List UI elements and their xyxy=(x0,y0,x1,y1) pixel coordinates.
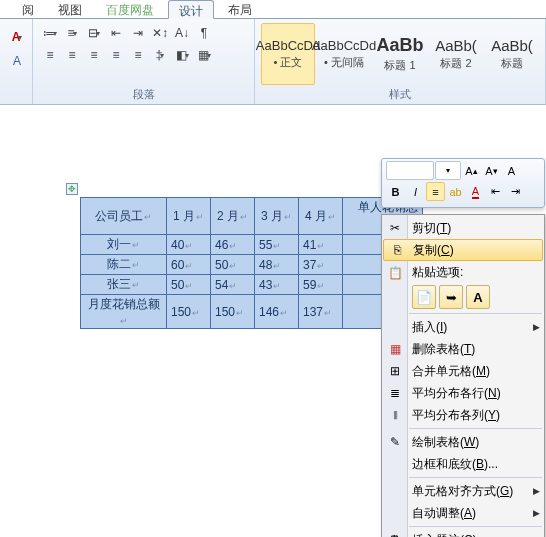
ctx-autofit[interactable]: 自动调整(A)▶ xyxy=(382,502,544,524)
mini-indentinc-icon[interactable]: ⇥ xyxy=(506,182,525,201)
clipboard-icon: 📋 xyxy=(386,264,404,282)
th-m4[interactable]: 4 月↵ xyxy=(299,198,343,235)
align-left-icon[interactable]: ≡ xyxy=(39,45,61,65)
mini-bold-icon[interactable]: B xyxy=(386,182,405,201)
multilevel-icon[interactable]: ⊟▾ xyxy=(83,23,105,43)
ctx-paste-label: 粘贴选项: xyxy=(412,264,463,281)
ctx-copy[interactable]: ⎘ 复制(C) xyxy=(383,239,543,261)
mini-fontcolor-icon[interactable]: A xyxy=(466,182,485,201)
indent-inc-icon[interactable]: ⇥ xyxy=(127,23,149,43)
sort-icon[interactable]: A↓ xyxy=(171,23,193,43)
ctx-sep xyxy=(409,526,542,527)
paragraph-group: ≔▾ ≡▾ ⊟▾ ⇤ ⇥ ✕↕ A↓ ¶ ≡ ≡ ≡ ≡ ≡ ‡▾ ◧▾ ▦▾ … xyxy=(33,19,255,104)
align-right-icon[interactable]: ≡ xyxy=(83,45,105,65)
ctx-dist-rows[interactable]: ≣ 平均分布各行(N) xyxy=(382,382,544,404)
shading-icon[interactable]: ◧▾ xyxy=(171,45,193,65)
style-title[interactable]: AaBb( 标题 xyxy=(485,23,539,85)
ctx-dist-cols[interactable]: ⦀ 平均分布各列(Y) xyxy=(382,404,544,426)
mini-font-size[interactable]: ▾ xyxy=(435,161,461,180)
document-area: ✥ 公司员工↵ 1 月↵ 2 月↵ 3 月↵ 4 月↵ 单人花销总额 刘一↵ 4… xyxy=(80,197,423,329)
dist-rows-icon: ≣ xyxy=(386,384,404,402)
table-row[interactable]: 张三↵ 50↵ 54↵ 43↵ 59↵ 206↵ xyxy=(81,275,423,295)
ctx-delete-table[interactable]: ▦ 删除表格(T) xyxy=(382,338,544,360)
th-employee[interactable]: 公司员工↵ xyxy=(81,198,167,235)
tab-design[interactable]: 设计 xyxy=(168,0,214,19)
ctx-borders-shading[interactable]: 边框和底纹(B)... xyxy=(382,453,544,475)
tab-baidu[interactable]: 百度网盘 xyxy=(96,0,164,18)
ctx-draw-table[interactable]: ✎ 绘制表格(W) xyxy=(382,431,544,453)
mini-align-icon[interactable]: ≡ xyxy=(426,182,445,201)
bullets-icon[interactable]: ≔▾ xyxy=(39,23,61,43)
tab-layout[interactable]: 布局 xyxy=(218,0,262,18)
submenu-arrow-icon: ▶ xyxy=(533,508,540,518)
mini-toolbar: ▾ A▴ A▾ A B I ≡ ab A ⇤ ⇥ xyxy=(381,158,545,208)
copy-icon: ⎘ xyxy=(388,241,406,259)
mini-indentdec-icon[interactable]: ⇤ xyxy=(486,182,505,201)
table-header-row[interactable]: 公司员工↵ 1 月↵ 2 月↵ 3 月↵ 4 月↵ 单人花销总额 xyxy=(81,198,423,235)
table-row[interactable]: 陈二↵ 60↵ 50↵ 48↵ 37↵ 195↵ xyxy=(81,255,423,275)
show-marks-icon[interactable]: ¶ xyxy=(193,23,215,43)
scissors-icon: ✂ xyxy=(386,219,404,237)
ctx-cell-align[interactable]: 单元格对齐方式(G)▶ xyxy=(382,480,544,502)
ctx-sep xyxy=(409,428,542,429)
th-m3[interactable]: 3 月↵ xyxy=(255,198,299,235)
paste-text-icon[interactable]: A xyxy=(466,285,490,309)
style-h1[interactable]: AaBb 标题 1 xyxy=(373,23,427,85)
ltr-icon[interactable]: ✕↕ xyxy=(149,23,171,43)
paste-merge-icon[interactable]: ➥ xyxy=(439,285,463,309)
context-menu: ✂ 剪切(T) ⎘ 复制(C) 📋 粘贴选项: 📄 ➥ A 插入(I)▶ ▦ 删… xyxy=(381,214,545,537)
mini-font-name[interactable] xyxy=(386,161,434,180)
paragraph-group-label: 段落 xyxy=(39,87,248,104)
ctx-sep xyxy=(409,477,542,478)
table-row-total[interactable]: 月度花销总额↵ 150↵ 150↵ 146↵ 137↵ 583↵ xyxy=(81,295,423,329)
mini-shrink-icon[interactable]: A▾ xyxy=(482,161,501,180)
tab-view[interactable]: 视图 xyxy=(48,0,92,18)
delete-table-icon: ▦ xyxy=(386,340,404,358)
mini-grow-icon[interactable]: A▴ xyxy=(462,161,481,180)
ctx-cut[interactable]: ✂ 剪切(T) xyxy=(382,217,544,239)
paste-keep-source-icon[interactable]: 📄 xyxy=(412,285,436,309)
merge-cells-icon: ⊞ xyxy=(386,362,404,380)
submenu-arrow-icon: ▶ xyxy=(533,486,540,496)
styles-group: AaBbCcDd • 正文 AaBbCcDd • 无间隔 AaBb 标题 1 A… xyxy=(255,19,546,104)
submenu-arrow-icon: ▶ xyxy=(533,322,540,332)
th-m2[interactable]: 2 月↵ xyxy=(211,198,255,235)
align-dist-icon[interactable]: ≡ xyxy=(127,45,149,65)
font-mini-group: A▾ A xyxy=(0,19,33,104)
ctx-sep xyxy=(409,313,542,314)
style-nospacing[interactable]: AaBbCcDd • 无间隔 xyxy=(317,23,371,85)
line-spacing-icon[interactable]: ‡▾ xyxy=(149,45,171,65)
pencil-icon: ✎ xyxy=(386,433,404,451)
data-table[interactable]: 公司员工↵ 1 月↵ 2 月↵ 3 月↵ 4 月↵ 单人花销总额 刘一↵ 40↵… xyxy=(80,197,423,329)
table-move-handle[interactable]: ✥ xyxy=(66,183,78,195)
ctx-merge-cells[interactable]: ⊞ 合并单元格(M) xyxy=(382,360,544,382)
numbering-icon[interactable]: ≡▾ xyxy=(61,23,83,43)
dist-cols-icon: ⦀ xyxy=(386,406,404,424)
align-center-icon[interactable]: ≡ xyxy=(61,45,83,65)
styles-group-label: 样式 xyxy=(261,87,539,104)
table-row[interactable]: 刘一↵ 40↵ 46↵ 55↵ 41↵ 182↵ xyxy=(81,235,423,255)
font-color-icon[interactable]: A▾ xyxy=(6,27,28,47)
mini-highlight-icon[interactable]: ab xyxy=(446,182,465,201)
clear-format-icon[interactable]: A xyxy=(6,51,28,71)
mini-italic-icon[interactable]: I xyxy=(406,182,425,201)
caption-icon: 🗒 xyxy=(386,531,404,537)
tab-review[interactable]: 阅 xyxy=(12,0,44,18)
indent-dec-icon[interactable]: ⇤ xyxy=(105,23,127,43)
borders-icon[interactable]: ▦▾ xyxy=(193,45,215,65)
mini-styles-icon[interactable]: A xyxy=(502,161,521,180)
ctx-insert[interactable]: 插入(I)▶ xyxy=(382,316,544,338)
style-normal[interactable]: AaBbCcDd • 正文 xyxy=(261,23,315,85)
ctx-paste-options: 📋 粘贴选项: 📄 ➥ A xyxy=(382,261,544,311)
ctx-insert-caption[interactable]: 🗒 插入题注(C)... xyxy=(382,529,544,537)
align-justify-icon[interactable]: ≡ xyxy=(105,45,127,65)
ribbon: A▾ A ≔▾ ≡▾ ⊟▾ ⇤ ⇥ ✕↕ A↓ ¶ ≡ ≡ ≡ ≡ ≡ ‡▾ xyxy=(0,19,546,105)
style-h2[interactable]: AaBb( 标题 2 xyxy=(429,23,483,85)
th-m1[interactable]: 1 月↵ xyxy=(167,198,211,235)
ribbon-tabs: 阅 视图 百度网盘 设计 布局 xyxy=(0,0,546,19)
